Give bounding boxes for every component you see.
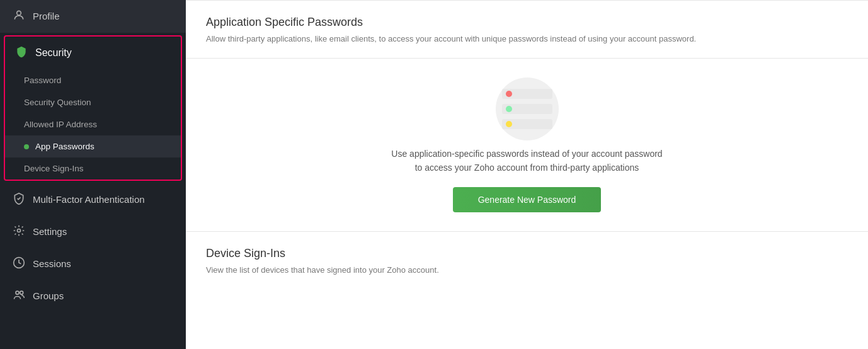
sidebar-mfa-label: Multi-Factor Authentication (33, 194, 145, 205)
visual-text-line1: Use application-specific passwords inste… (391, 149, 662, 159)
sidebar-item-app-passwords[interactable]: App Passwords (5, 135, 181, 157)
sidebar-item-security[interactable]: Security (5, 37, 181, 69)
illus-card (502, 89, 552, 99)
sidebar-item-password[interactable]: Password (5, 69, 181, 91)
sidebar-app-passwords-label: App Passwords (35, 142, 94, 151)
sidebar-profile-label: Profile (33, 11, 60, 21)
sidebar-password-label: Password (24, 76, 61, 85)
sidebar-item-device-signins[interactable]: Device Sign-Ins (5, 157, 181, 180)
sidebar-item-groups[interactable]: Groups (0, 280, 186, 312)
active-dot-icon (24, 144, 29, 149)
sidebar-settings-label: Settings (33, 226, 67, 237)
sidebar-section-security: Security Password Security Question Allo… (4, 35, 182, 181)
svg-point-0 (17, 11, 21, 15)
app-passwords-illustration (493, 77, 562, 134)
sidebar-item-sessions[interactable]: Sessions (0, 248, 186, 280)
illus-line1 (502, 104, 552, 114)
sidebar-device-signins-label: Device Sign-Ins (24, 164, 84, 173)
profile-icon (13, 9, 25, 23)
shield-icon (15, 45, 28, 60)
sidebar-item-profile[interactable]: Profile (0, 0, 186, 33)
sidebar: Profile Security Password Security Quest… (0, 0, 186, 349)
sidebar-groups-label: Groups (33, 290, 64, 301)
app-passwords-title: Application Specific Passwords (206, 16, 848, 29)
sidebar-item-security-question[interactable]: Security Question (5, 91, 181, 113)
sidebar-security-question-label: Security Question (24, 98, 91, 107)
svg-point-3 (16, 291, 19, 294)
sessions-icon (13, 256, 25, 271)
device-signins-section: Device Sign-Ins View the list of devices… (186, 232, 868, 289)
settings-icon (13, 224, 25, 239)
mfa-icon (13, 192, 25, 207)
app-passwords-visual: Use application-specific passwords inste… (186, 59, 868, 232)
sidebar-security-label: Security (35, 47, 72, 59)
illus-line2 (502, 119, 552, 129)
visual-text-line2: to access your Zoho account from third-p… (415, 163, 639, 173)
sidebar-item-allowed-ip[interactable]: Allowed IP Address (5, 113, 181, 135)
main-content: Application Specific Passwords Allow thi… (186, 0, 868, 349)
app-passwords-description: Allow third-party applications, like ema… (206, 33, 848, 45)
device-signins-description: View the list of devices that have signe… (206, 264, 848, 277)
sidebar-item-settings[interactable]: Settings (0, 215, 186, 248)
sidebar-item-mfa[interactable]: Multi-Factor Authentication (0, 183, 186, 215)
svg-point-1 (18, 229, 21, 232)
app-passwords-header: Application Specific Passwords Allow thi… (186, 1, 868, 58)
sidebar-allowed-ip-label: Allowed IP Address (24, 120, 97, 129)
generate-new-password-button[interactable]: Generate New Password (453, 187, 602, 212)
groups-icon (13, 289, 25, 303)
visual-text: Use application-specific passwords inste… (391, 147, 662, 175)
svg-point-4 (20, 291, 23, 294)
device-signins-title: Device Sign-Ins (206, 247, 848, 260)
sidebar-sessions-label: Sessions (33, 258, 71, 269)
